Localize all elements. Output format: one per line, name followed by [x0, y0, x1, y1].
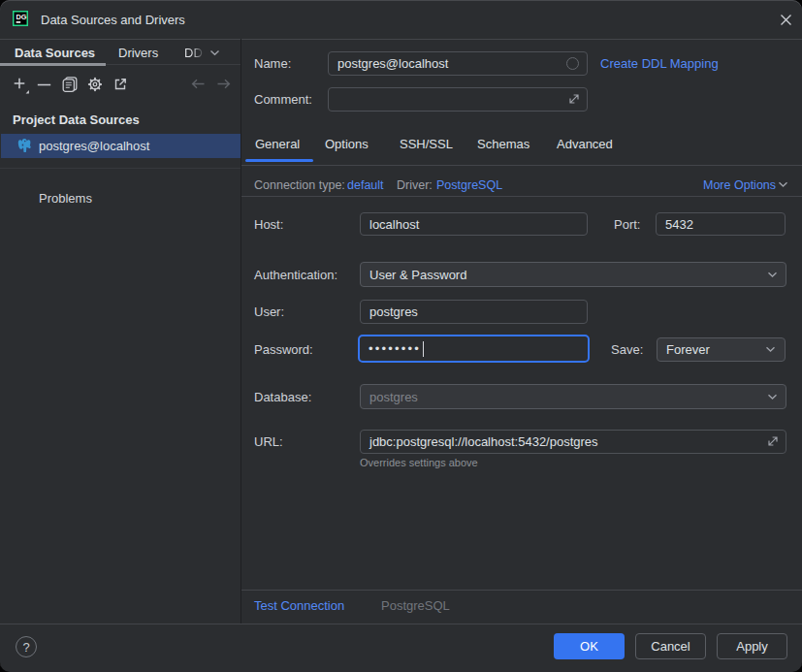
svg-text:DG: DG	[16, 13, 26, 21]
